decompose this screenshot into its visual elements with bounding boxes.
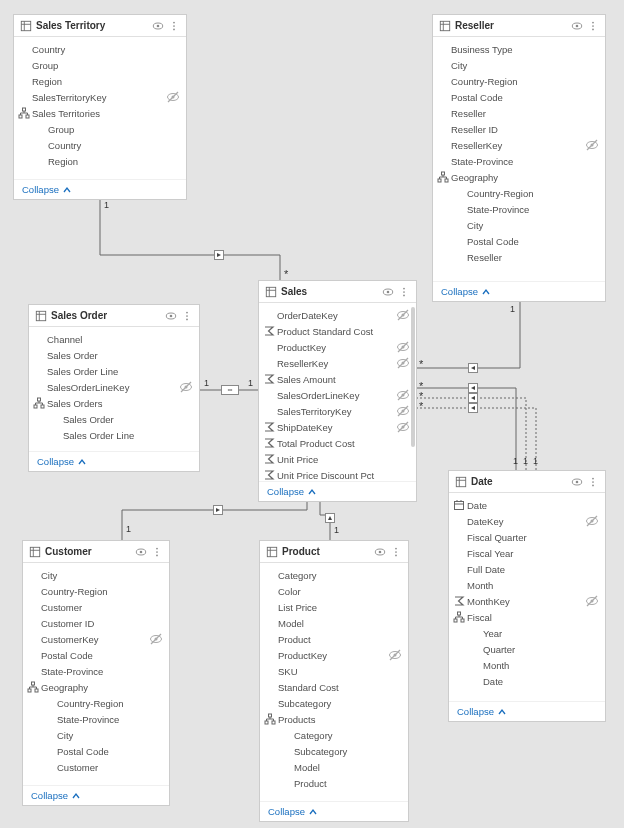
collapse-button[interactable]: Collapse (259, 481, 416, 501)
field-row[interactable]: Fiscal (449, 609, 605, 625)
table-header[interactable]: Reseller (433, 15, 605, 37)
table-reseller[interactable]: ResellerBusiness TypeCityCountry-RegionP… (432, 14, 606, 302)
field-row[interactable]: Sales Amount (259, 371, 416, 387)
field-row[interactable]: Geography (23, 679, 169, 695)
more-options-icon[interactable] (151, 546, 163, 558)
field-row[interactable]: Product Standard Cost (259, 323, 416, 339)
table-date[interactable]: DateDateDateKeyFiscal QuarterFiscal Year… (448, 470, 606, 722)
field-row[interactable]: ResellerKey (433, 137, 605, 153)
field-row[interactable]: Sales Order Line (29, 427, 199, 443)
field-row[interactable]: Business Type (433, 41, 605, 57)
field-row[interactable]: Country-Region (433, 73, 605, 89)
visibility-icon[interactable] (374, 546, 386, 558)
field-row[interactable]: Category (260, 727, 408, 743)
field-row[interactable]: Sales Orders (29, 395, 199, 411)
table-header[interactable]: Sales Order (29, 305, 199, 327)
field-row[interactable]: OrderDateKey (259, 307, 416, 323)
field-row[interactable]: Model (260, 759, 408, 775)
table-header[interactable]: Product (260, 541, 408, 563)
field-row[interactable]: Country (14, 41, 186, 57)
field-row[interactable]: Country-Region (433, 185, 605, 201)
field-row[interactable]: Postal Code (23, 743, 169, 759)
visibility-icon[interactable] (382, 286, 394, 298)
field-row[interactable]: Group (14, 57, 186, 73)
field-row[interactable]: Products (260, 711, 408, 727)
field-row[interactable]: Region (14, 153, 186, 169)
field-row[interactable]: Sales Order (29, 347, 199, 363)
table-customer[interactable]: CustomerCityCountry-RegionCustomerCustom… (22, 540, 170, 806)
field-row[interactable]: Postal Code (433, 89, 605, 105)
more-options-icon[interactable] (587, 20, 599, 32)
field-row[interactable]: ProductKey (260, 647, 408, 663)
more-options-icon[interactable] (587, 476, 599, 488)
field-row[interactable]: SKU (260, 663, 408, 679)
field-row[interactable]: MonthKey (449, 593, 605, 609)
visibility-icon[interactable] (571, 476, 583, 488)
field-row[interactable]: City (433, 57, 605, 73)
field-row[interactable]: Color (260, 583, 408, 599)
field-row[interactable]: Postal Code (433, 233, 605, 249)
field-row[interactable]: State-Province (433, 153, 605, 169)
field-row[interactable]: State-Province (23, 663, 169, 679)
more-options-icon[interactable] (398, 286, 410, 298)
field-row[interactable]: Country-Region (23, 695, 169, 711)
field-row[interactable]: Quarter (449, 641, 605, 657)
field-row[interactable]: Total Product Cost (259, 435, 416, 451)
field-row[interactable]: State-Province (433, 201, 605, 217)
visibility-icon[interactable] (152, 20, 164, 32)
field-row[interactable]: Fiscal Quarter (449, 529, 605, 545)
field-row[interactable]: Group (14, 121, 186, 137)
field-row[interactable]: Customer ID (23, 615, 169, 631)
field-row[interactable]: Reseller (433, 105, 605, 121)
field-row[interactable]: City (433, 217, 605, 233)
field-row[interactable]: Reseller ID (433, 121, 605, 137)
visibility-icon[interactable] (165, 310, 177, 322)
scrollbar[interactable] (411, 307, 415, 447)
field-row[interactable]: List Price (260, 599, 408, 615)
field-row[interactable]: Channel (29, 331, 199, 347)
field-row[interactable]: Full Date (449, 561, 605, 577)
field-row[interactable]: SalesTerritoryKey (259, 403, 416, 419)
field-row[interactable]: Customer (23, 759, 169, 775)
visibility-icon[interactable] (571, 20, 583, 32)
field-row[interactable]: DateKey (449, 513, 605, 529)
field-row[interactable]: Geography (433, 169, 605, 185)
field-row[interactable]: Model (260, 615, 408, 631)
field-row[interactable]: SalesTerritoryKey (14, 89, 186, 105)
field-row[interactable]: City (23, 727, 169, 743)
field-row[interactable]: Sales Order (29, 411, 199, 427)
field-row[interactable]: Standard Cost (260, 679, 408, 695)
field-row[interactable]: Category (260, 567, 408, 583)
table-header[interactable]: Sales Territory (14, 15, 186, 37)
field-row[interactable]: ResellerKey (259, 355, 416, 371)
field-row[interactable]: Reseller (433, 249, 605, 265)
field-row[interactable]: Customer (23, 599, 169, 615)
field-row[interactable]: Product (260, 775, 408, 791)
field-row[interactable]: ShipDateKey (259, 419, 416, 435)
more-options-icon[interactable] (181, 310, 193, 322)
table-header[interactable]: Date (449, 471, 605, 493)
field-row[interactable]: Date (449, 673, 605, 689)
field-row[interactable]: Fiscal Year (449, 545, 605, 561)
more-options-icon[interactable] (168, 20, 180, 32)
field-row[interactable]: Month (449, 657, 605, 673)
field-row[interactable]: Sales Order Line (29, 363, 199, 379)
collapse-button[interactable]: Collapse (449, 701, 605, 721)
field-row[interactable]: Unit Price (259, 451, 416, 467)
field-row[interactable]: ProductKey (259, 339, 416, 355)
field-row[interactable]: Date (449, 497, 605, 513)
table-sales[interactable]: SalesOrderDateKeyProduct Standard CostPr… (258, 280, 417, 502)
field-row[interactable]: Sales Territories (14, 105, 186, 121)
field-row[interactable]: Product (260, 631, 408, 647)
collapse-button[interactable]: Collapse (29, 451, 199, 471)
field-row[interactable]: Year (449, 625, 605, 641)
field-row[interactable]: State-Province (23, 711, 169, 727)
field-row[interactable]: SalesOrderLineKey (29, 379, 199, 395)
field-row[interactable]: Subcategory (260, 743, 408, 759)
field-row[interactable]: SalesOrderLineKey (259, 387, 416, 403)
collapse-button[interactable]: Collapse (260, 801, 408, 821)
field-row[interactable]: City (23, 567, 169, 583)
field-row[interactable]: Country (14, 137, 186, 153)
table-sales-territory[interactable]: Sales TerritoryCountryGroupRegionSalesTe… (13, 14, 187, 200)
field-row[interactable]: CustomerKey (23, 631, 169, 647)
